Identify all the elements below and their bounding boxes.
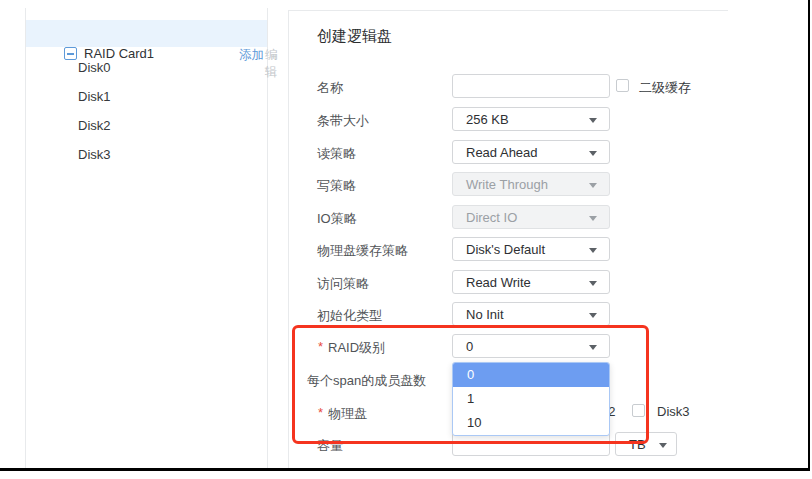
disk3-checkbox-label: Disk3 [657, 404, 690, 419]
page-title: 创建逻辑盘 [317, 27, 392, 46]
capacity-unit-select[interactable]: TB [615, 432, 677, 456]
caret-down-icon [659, 443, 667, 448]
dropdown-option-10[interactable]: 10 [453, 411, 609, 435]
dropdown-option-0[interactable]: 0 [453, 363, 609, 387]
disk3-checkbox[interactable] [632, 404, 645, 417]
read-policy-select[interactable]: Read Ahead [452, 140, 610, 164]
physical-disks-label: 物理盘 [328, 405, 367, 423]
caret-down-icon [589, 183, 597, 188]
stripe-size-label: 条带大小 [317, 112, 369, 130]
raid-level-label: RAID级别 [328, 339, 385, 357]
page-bottom-border [0, 468, 810, 471]
disk-cache-policy-label: 物理盘缓存策略 [317, 242, 408, 260]
caret-down-icon [589, 151, 597, 156]
required-asterisk: * [318, 405, 323, 420]
sidebar-item-disk2[interactable]: Disk2 [78, 118, 111, 133]
sidebar-item-disk0[interactable]: Disk0 [78, 60, 111, 75]
edit-link[interactable]: 编辑 [265, 47, 278, 81]
init-type-value: No Init [466, 307, 504, 322]
page-right-border [808, 0, 810, 471]
capacity-unit-value: TB [629, 437, 646, 452]
main-panel-left-border [288, 10, 289, 468]
secondary-cache-label: 二级缓存 [639, 79, 691, 97]
caret-down-icon [589, 216, 597, 221]
caret-down-icon [589, 248, 597, 253]
caret-down-icon [589, 345, 597, 350]
disk-cache-policy-value: Disk's Default [466, 242, 545, 257]
write-policy-value: Write Through [466, 177, 548, 192]
io-policy-select: Direct IO [452, 205, 610, 229]
sidebar-left-border [25, 8, 26, 468]
add-link[interactable]: 添加 [239, 47, 264, 64]
caret-down-icon [589, 281, 597, 286]
write-policy-label: 写策略 [317, 177, 356, 195]
caret-down-icon [589, 313, 597, 318]
io-policy-value: Direct IO [466, 210, 517, 225]
raid-level-value: 0 [466, 339, 473, 354]
minus-square-icon[interactable] [64, 47, 77, 60]
sidebar-item-raid-card[interactable]: RAID Card1 添加 编辑 [26, 20, 267, 47]
disk-cache-policy-select[interactable]: Disk's Default [452, 237, 610, 261]
access-policy-value: Read Write [466, 275, 531, 290]
name-label: 名称 [317, 79, 343, 97]
init-type-select[interactable]: No Init [452, 302, 610, 326]
io-policy-label: IO策略 [317, 210, 357, 228]
raid-card-label: RAID Card1 [84, 46, 154, 61]
span-members-label: 每个span的成员盘数 [307, 372, 426, 390]
read-policy-label: 读策略 [317, 145, 356, 163]
init-type-label: 初始化类型 [317, 307, 382, 325]
dropdown-option-1[interactable]: 1 [453, 387, 609, 411]
sidebar-item-disk1[interactable]: Disk1 [78, 89, 111, 104]
access-policy-select[interactable]: Read Write [452, 270, 610, 294]
write-policy-select: Write Through [452, 172, 610, 196]
required-asterisk: * [318, 339, 323, 354]
main-panel-top-border [288, 10, 728, 11]
sidebar-item-disk3[interactable]: Disk3 [78, 147, 111, 162]
stripe-size-select[interactable]: 256 KB [452, 107, 610, 131]
capacity-label: 容量 [317, 437, 343, 455]
access-policy-label: 访问策略 [317, 275, 369, 293]
secondary-cache-checkbox[interactable] [616, 79, 629, 92]
caret-down-icon [589, 118, 597, 123]
read-policy-value: Read Ahead [466, 145, 538, 160]
raid-level-dropdown-panel: 0 1 10 [452, 362, 610, 436]
stripe-size-value: 256 KB [466, 112, 509, 127]
name-input[interactable] [452, 74, 610, 98]
raid-level-select[interactable]: 0 [452, 334, 610, 358]
